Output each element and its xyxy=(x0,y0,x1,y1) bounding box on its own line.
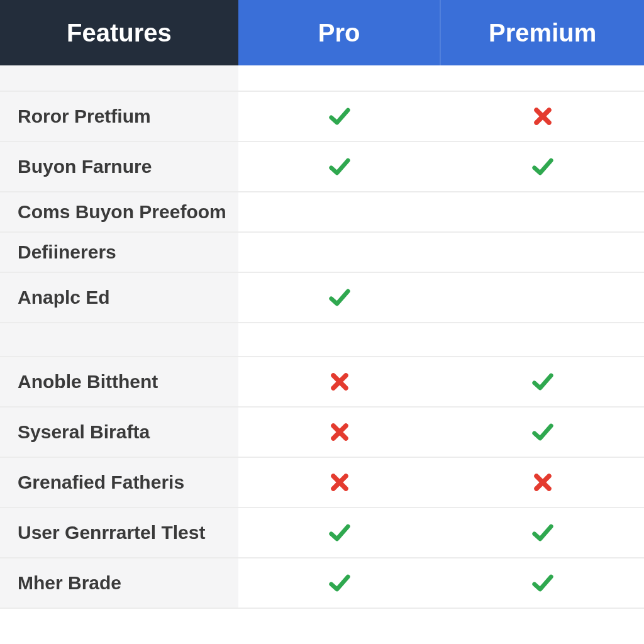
feature-label: Buyon Farnure xyxy=(0,142,238,192)
feature-value-pro xyxy=(238,233,441,273)
check-icon xyxy=(530,154,555,179)
cross-icon xyxy=(530,104,555,129)
cross-icon xyxy=(530,470,555,495)
feature-text: Coms Buyon Preefoom xyxy=(18,201,226,223)
cross-icon xyxy=(327,369,352,394)
column-header-premium-label: Premium xyxy=(489,19,596,47)
group-gap xyxy=(238,323,441,357)
feature-value-pro xyxy=(238,508,441,558)
column-header-premium: Premium xyxy=(441,0,644,65)
feature-label: Anoble Bitthent xyxy=(0,357,238,408)
feature-value-pro xyxy=(238,558,441,609)
feature-text: Mher Brade xyxy=(18,572,121,594)
feature-value-pro xyxy=(238,357,441,408)
feature-text: Syseral Birafta xyxy=(18,421,150,443)
check-icon xyxy=(530,369,555,394)
check-icon xyxy=(327,285,352,310)
check-icon xyxy=(327,104,352,129)
feature-label: User Genrrartel Tlest xyxy=(0,508,238,558)
feature-text: Grenafied Fatheris xyxy=(18,472,184,493)
feature-value-premium xyxy=(441,142,644,192)
feature-label: Roror Pretfium xyxy=(0,92,238,142)
column-header-features-label: Features xyxy=(67,19,172,47)
feature-value-premium xyxy=(441,192,644,233)
column-header-features: Features xyxy=(0,0,238,65)
feature-value-premium xyxy=(441,233,644,273)
check-icon xyxy=(327,570,352,596)
feature-value-pro xyxy=(238,408,441,458)
feature-value-premium xyxy=(441,458,644,508)
feature-label: Coms Buyon Preefoom xyxy=(0,192,238,233)
check-icon xyxy=(530,419,555,445)
feature-label: Syseral Birafta xyxy=(0,408,238,458)
feature-text: Roror Pretfium xyxy=(18,106,151,127)
column-header-pro-label: Pro xyxy=(318,19,360,47)
feature-value-premium xyxy=(441,508,644,558)
header-spacer xyxy=(441,65,644,92)
cross-icon xyxy=(327,419,352,445)
check-icon xyxy=(530,520,555,545)
feature-text: User Genrrartel Tlest xyxy=(18,522,205,543)
group-gap xyxy=(0,323,238,357)
feature-value-premium xyxy=(441,273,644,323)
feature-label: Anaplc Ed xyxy=(0,273,238,323)
check-icon xyxy=(327,154,352,179)
feature-text: Anaplc Ed xyxy=(18,287,110,308)
feature-label: Mher Brade xyxy=(0,558,238,609)
column-header-pro: Pro xyxy=(238,0,441,65)
feature-value-premium xyxy=(441,558,644,609)
feature-value-pro xyxy=(238,92,441,142)
feature-value-premium xyxy=(441,408,644,458)
cross-icon xyxy=(327,470,352,495)
feature-value-pro xyxy=(238,458,441,508)
feature-label: Defiinerers xyxy=(0,233,238,273)
feature-text: Anoble Bitthent xyxy=(18,371,158,392)
group-gap xyxy=(441,323,644,357)
feature-text: Buyon Farnure xyxy=(18,156,152,177)
header-spacer xyxy=(238,65,441,92)
feature-value-pro xyxy=(238,273,441,323)
feature-label: Grenafied Fatheris xyxy=(0,458,238,508)
feature-text: Defiinerers xyxy=(18,242,116,263)
feature-value-premium xyxy=(441,357,644,408)
comparison-table: Features Pro Premium Roror Pretfium Buyo… xyxy=(0,0,644,609)
feature-value-pro xyxy=(238,192,441,233)
header-spacer xyxy=(0,65,238,92)
feature-value-pro xyxy=(238,142,441,192)
feature-value-premium xyxy=(441,92,644,142)
check-icon xyxy=(327,520,352,545)
check-icon xyxy=(530,570,555,596)
